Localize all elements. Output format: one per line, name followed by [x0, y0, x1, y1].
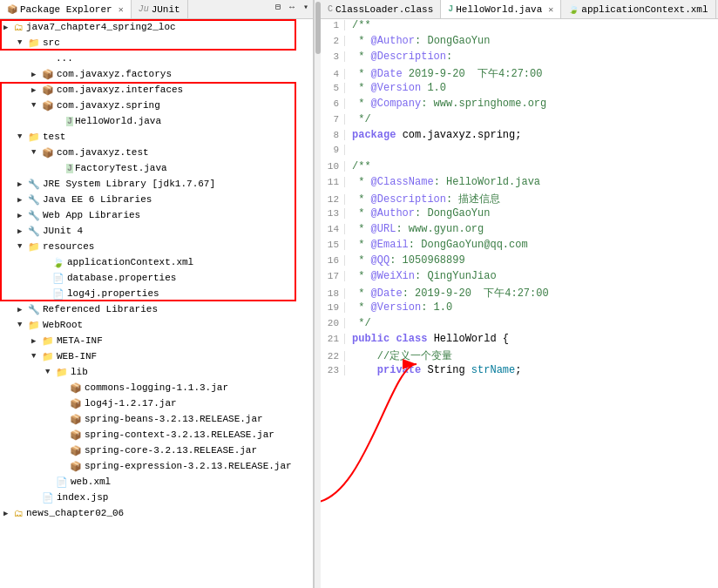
left-scrollbar[interactable]	[314, 0, 321, 588]
tree-label-appcontext: applicationContext.xml	[67, 257, 193, 267]
code-line-17: 17 * @WeiXin: QingYunJiao	[321, 270, 718, 286]
tree-item-index-jsp[interactable]: 📄 index.jsp	[0, 490, 313, 505]
tree-item-jre-lib[interactable]: ▶ 🔧 JRE System Library [jdk1.7.67]	[0, 176, 313, 192]
code-content-13: * @Author: DongGaoYun	[352, 207, 490, 220]
tree-item-spring-beans[interactable]: 📦 spring-beans-3.2.13.RELEASE.jar	[0, 411, 313, 427]
tree-label-springcontext: spring-context-3.2.13.RELEASE.jar	[85, 429, 274, 440]
jsp-icon: 📄	[42, 492, 54, 504]
tree-label-src: src	[43, 37, 60, 48]
tree-item-webroot[interactable]: ▼ 📁 WebRoot	[0, 317, 313, 333]
tab-package-explorer[interactable]: 📦 Package Explorer ✕	[0, 0, 132, 18]
tree-item-ref-libs[interactable]: ▶ 🔧 Referenced Libraries	[0, 301, 313, 317]
line-num-22: 22	[321, 351, 345, 362]
tree-label-reflibs: Referenced Libraries	[43, 304, 158, 314]
arrow-com-test: ▼	[31, 148, 42, 157]
code-line-11: 11 * @ClassName: HelloWorld.java	[321, 176, 718, 192]
tree-item-factorytest[interactable]: J FactoryTest.java	[0, 160, 313, 176]
code-content-22: //定义一个变量	[352, 348, 452, 363]
tab-junit[interactable]: Ju JUnit	[132, 0, 188, 18]
line-num-6: 6	[321, 98, 345, 109]
java-helloworld-icon: J	[66, 117, 73, 126]
tree-label-spring: com.javaxyz.spring	[57, 100, 160, 111]
arrow-javaee: ▶	[17, 195, 28, 205]
tree-item-commons-logging[interactable]: 📦 commons-logging-1.1.3.jar	[0, 380, 313, 395]
tree-item-web-inf[interactable]: ▼ 📁 WEB-INF	[0, 348, 313, 364]
tab-helloworld-close[interactable]: ✕	[548, 4, 553, 15]
appcontext-tab-icon: 🍃	[568, 4, 579, 15]
tree-label-helloworld: HelloWorld.java	[75, 116, 161, 126]
tree-item-resources[interactable]: ▼ 📁 resources	[0, 239, 313, 254]
code-line-14: 14 * @URL: www.gyun.org	[321, 223, 718, 239]
folder-resources-icon: 📁	[28, 241, 40, 253]
dots-icon: ...	[56, 53, 73, 64]
collapse-all-button[interactable]: ⊟	[271, 0, 285, 14]
tree-item-web-xml[interactable]: 📄 web.xml	[0, 474, 313, 490]
tree-item-src[interactable]: ▼ 📁 src	[0, 35, 313, 51]
tab-classloader-label: ClassLoader.class	[335, 4, 433, 15]
code-line-23: 23 private String strName;	[321, 364, 718, 380]
jar-log4j-icon: 📦	[70, 398, 82, 409]
code-line-1: 1 /**	[321, 19, 718, 35]
webapp-icon: 🔧	[28, 210, 40, 221]
line-num-20: 20	[321, 318, 345, 328]
prop-log4j-icon: 📄	[52, 288, 64, 300]
code-line-13: 13 * @Author: DongGaoYun	[321, 207, 718, 223]
tree-label-factorys: com.javaxyz.factorys	[57, 69, 172, 79]
view-menu-button[interactable]: ▾	[299, 0, 313, 14]
code-content-16: * @QQ: 1050968899	[352, 254, 465, 267]
arrow-factorys: ▶	[31, 70, 42, 79]
tree-item-spring-context[interactable]: 📦 spring-context-3.2.13.RELEASE.jar	[0, 427, 313, 443]
line-num-9: 9	[321, 145, 345, 155]
tree-item-javaee-lib[interactable]: ▶ 🔧 Java EE 6 Libraries	[0, 192, 313, 207]
tree-item-com-test[interactable]: ▼ 📦 com.javaxyz.test	[0, 145, 313, 160]
code-line-7: 7 */	[321, 113, 718, 129]
code-content-18: * @Date: 2019-9-20 下午4:27:00	[352, 286, 549, 301]
tree-label-webroot: WebRoot	[43, 320, 83, 330]
tree-item-dots[interactable]: ...	[0, 51, 313, 66]
tree-item-project1[interactable]: ▶ 🗂 java7_chapter4_spring2_loc	[0, 19, 313, 35]
tree-item-project2[interactable]: ▶ 🗂 news_chapter02_06	[0, 505, 313, 521]
tree-item-log4j-jar[interactable]: 📦 log4j-1.2.17.jar	[0, 395, 313, 411]
tree-label-metainf: META-INF	[57, 335, 103, 346]
code-editor[interactable]: 1 /** 2 * @Author: DongGaoYun 3 * @Descr…	[321, 19, 718, 588]
tab-classloader[interactable]: C ClassLoader.class	[321, 0, 441, 18]
tab-appcontext[interactable]: 🍃 applicationContext.xml	[561, 0, 715, 18]
tree-item-com-interfaces[interactable]: ▶ 📦 com.javaxyz.interfaces	[0, 82, 313, 98]
code-line-8: 8 package com.javaxyz.spring;	[321, 129, 718, 145]
tree-item-com-spring[interactable]: ▼ 📦 com.javaxyz.spring	[0, 98, 313, 113]
tree-item-helloworld[interactable]: J HelloWorld.java	[0, 113, 313, 129]
line-num-8: 8	[321, 130, 345, 140]
arrow-metainf: ▶	[31, 336, 42, 346]
tree-item-lib[interactable]: ▼ 📁 lib	[0, 364, 313, 380]
package-factorys-icon: 📦	[42, 69, 54, 80]
arrow-webapp: ▶	[17, 211, 28, 220]
tree-label-interfaces: com.javaxyz.interfaces	[57, 84, 183, 95]
code-line-16: 16 * @QQ: 1050968899	[321, 254, 718, 270]
code-line-2: 2 * @Author: DongGaoYun	[321, 35, 718, 51]
tree-item-database-props[interactable]: 📄 database.properties	[0, 270, 313, 286]
code-content-3: * @Description:	[352, 51, 452, 63]
package-spring-icon: 📦	[42, 100, 54, 112]
tree-item-webapp-lib[interactable]: ▶ 🔧 Web App Libraries	[0, 207, 313, 223]
tree-item-spring-core[interactable]: 📦 spring-core-3.2.13.RELEASE.jar	[0, 443, 313, 458]
tree-item-junit4[interactable]: ▶ 🔧 JUnit 4	[0, 223, 313, 239]
tree-item-log4j-props[interactable]: 📄 log4j.properties	[0, 286, 313, 301]
code-line-15: 15 * @Email: DongGaoYun@qq.com	[321, 239, 718, 254]
tree-item-test[interactable]: ▼ 📁 test	[0, 129, 313, 145]
tree-label-dbprops: database.properties	[67, 273, 176, 283]
tree-label-jre: JRE System Library [jdk1.7.67]	[43, 179, 215, 189]
javaee-icon: 🔧	[28, 194, 40, 206]
tree-item-meta-inf[interactable]: ▶ 📁 META-INF	[0, 333, 313, 348]
tab-helloworld[interactable]: J HelloWorld.java ✕	[441, 0, 561, 18]
classloader-icon: C	[328, 4, 333, 14]
link-editor-button[interactable]: ↔	[285, 0, 299, 14]
code-content-21: public class HelloWorld {	[352, 333, 509, 345]
tree-item-com-factorys[interactable]: ▶ 📦 com.javaxyz.factorys	[0, 66, 313, 82]
tree-label-springbeans: spring-beans-3.2.13.RELEASE.jar	[85, 414, 263, 424]
tree-item-spring-expression[interactable]: 📦 spring-expression-3.2.13.RELEASE.jar	[0, 458, 313, 474]
tree-label-com-test: com.javaxyz.test	[57, 147, 149, 158]
junit4-icon: 🔧	[28, 226, 40, 237]
tree-item-appcontext[interactable]: 🍃 applicationContext.xml	[0, 254, 313, 270]
line-num-11: 11	[321, 177, 345, 187]
tab-close-icon[interactable]: ✕	[119, 4, 124, 15]
